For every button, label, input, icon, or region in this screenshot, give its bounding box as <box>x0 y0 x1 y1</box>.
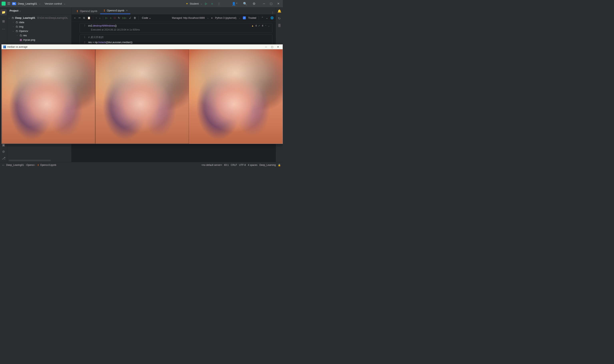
code-line[interactable]: res = np.hstack((blur,aussian,median)) <box>88 41 132 44</box>
horizontal-scrollbar[interactable] <box>9 160 51 161</box>
paste-icon[interactable]: 📋 <box>87 16 91 19</box>
tree-arrow-icon[interactable]: › <box>12 21 14 23</box>
tree-item[interactable]: › 🗀 res <box>7 33 71 38</box>
debug-icon[interactable]: ⟐ <box>211 2 213 5</box>
tree-arrow-icon[interactable]: › <box>12 26 14 27</box>
lock-icon[interactable]: 🔒 <box>278 164 281 167</box>
minimize-icon[interactable]: ─ <box>263 46 269 48</box>
cell-inspection-badges[interactable]: ▲4 ✓4 ⌃ ⌄ <box>251 24 270 27</box>
chevron-down-icon[interactable]: ⌄ <box>268 25 270 27</box>
titlebar: ☰ DL Deep_Learing01 ⌄ Version control ⌄ … <box>0 0 283 7</box>
collapse-up-icon[interactable]: ⌃ <box>261 16 264 19</box>
svg-point-0 <box>77 10 78 11</box>
tab-kebab-icon[interactable]: ⋮ <box>271 11 274 14</box>
code-line[interactable]: cv2.destroyAllWindows() <box>88 24 116 27</box>
maximize-icon[interactable]: ▢ <box>270 2 272 5</box>
more-tool-icon[interactable]: ⋯ <box>2 27 5 31</box>
managed-server[interactable]: Managed: http://localhost:8889 <box>172 17 205 19</box>
web-icon[interactable]: 🌐 <box>270 16 274 19</box>
run-all-icon[interactable]: ▷▷ <box>123 16 126 19</box>
encoding[interactable]: UTF-8 <box>239 164 246 167</box>
tree-item[interactable]: › 🗀 data <box>7 20 71 24</box>
chevron-down-icon[interactable]: ⌄ <box>64 3 65 5</box>
minimize-icon[interactable]: ─ <box>263 2 265 5</box>
clear-output-icon[interactable]: ⌄̸ <box>129 16 131 19</box>
chevron-down-icon: ⌄ <box>19 10 21 12</box>
chevron-down-icon[interactable]: ⌄ <box>201 3 202 5</box>
line-number: 2 <box>82 41 88 44</box>
breadcrumb-item[interactable]: Deep_Learing01 <box>6 164 24 167</box>
breadcrumb[interactable]: Deep_Learing01 › Opencv › Opencv3.ipynb <box>6 164 56 167</box>
move-down-icon[interactable]: ↓ <box>99 16 101 19</box>
editor-tab[interactable]: Opencv3.ipynb × <box>100 7 130 14</box>
chevron-down-icon[interactable]: ⌄ <box>39 3 41 5</box>
close-tab-icon[interactable]: × <box>126 9 127 12</box>
module-icon: ▭ <box>2 164 4 167</box>
image-window-titlebar[interactable]: median vs average ─ ▢ ✕ <box>2 44 283 49</box>
tab-label: Opencv3.ipynb <box>107 9 124 12</box>
restart-icon[interactable]: ↻ <box>118 16 120 19</box>
vcs-menu[interactable]: Version control <box>44 2 62 5</box>
delete-cell-icon[interactable]: 🗑 <box>134 16 136 19</box>
interpreter[interactable]: Deep_Learning <box>259 164 276 167</box>
chevron-down-icon[interactable]: ⌄ <box>207 17 209 19</box>
collapse-down-icon[interactable]: ⌄ <box>266 16 268 19</box>
tree-arrow-icon[interactable]: › <box>16 34 18 36</box>
project-name[interactable]: Deep_Learing01 <box>18 2 37 5</box>
tree-item[interactable]: › 🗀 img <box>7 24 71 29</box>
sidebar-title: Project <box>10 9 18 12</box>
breadcrumb-sep-icon: › <box>35 164 36 167</box>
structure-tool-icon[interactable]: ⊞ <box>2 19 5 23</box>
maximize-icon[interactable]: ▢ <box>269 46 275 48</box>
stop-icon[interactable]: □ <box>114 16 115 19</box>
problems-tool-icon[interactable]: ⊘ <box>2 150 5 154</box>
tree-item[interactable]: ▦ mycar.png <box>7 38 71 42</box>
code-cell[interactable]: 7 cv2.destroyAllWindows() Executed at 20… <box>80 23 272 33</box>
add-cell-icon[interactable]: ＋ <box>73 16 76 20</box>
kernel-name[interactable]: Python 3 (ipykernel) <box>215 17 237 19</box>
settings-icon[interactable]: ⚙ <box>253 2 255 6</box>
notifications-icon[interactable]: 🔔 <box>278 9 281 13</box>
cut-icon[interactable]: ✂ <box>79 16 81 19</box>
add-user-icon[interactable]: 👤⁺ <box>232 2 237 6</box>
tree-arrow-icon[interactable]: ⌄ <box>8 17 10 19</box>
hamburger-icon[interactable]: ☰ <box>7 1 10 6</box>
trusted-checkbox[interactable]: ✓ <box>243 16 246 19</box>
search-icon[interactable]: 🔍 <box>243 2 247 6</box>
breadcrumb-item[interactable]: Opencv <box>26 164 35 167</box>
execution-info: Executed at 2024.06.10 16:23:04 in 1s 60… <box>80 28 272 33</box>
tree-item-label: img <box>19 25 23 28</box>
copy-icon[interactable]: ⧉ <box>83 16 85 20</box>
close-icon[interactable]: ✕ <box>277 2 280 5</box>
result-image-gaussian <box>95 49 189 144</box>
line-ending[interactable]: CRLF <box>231 164 237 167</box>
sidebar-header[interactable]: Project ⌄ <box>7 7 71 14</box>
code-line[interactable]: # 展示所有的 <box>88 36 103 39</box>
database-icon[interactable]: 🗄 <box>278 24 281 27</box>
move-up-icon[interactable]: ↑ <box>96 16 97 19</box>
tree-item[interactable]: ⌄ 🗀 Opencv <box>7 29 71 33</box>
close-icon[interactable]: ✕ <box>275 46 281 48</box>
app-icon <box>2 2 6 6</box>
cell-type-dropdown[interactable]: Code ⌄ <box>142 16 151 19</box>
server-status[interactable]: <no default server> <box>201 164 222 167</box>
indent[interactable]: 4 spaces <box>248 164 257 167</box>
project-tool-icon[interactable]: 📁 <box>0 9 7 15</box>
editor-tab[interactable]: Opencv2.ipynb <box>73 8 100 14</box>
vcs-tool-icon[interactable]: ⎇ <box>2 156 5 160</box>
chevron-up-icon[interactable]: ⌃ <box>265 25 266 27</box>
tree-arrow-icon[interactable]: ⌄ <box>12 30 14 32</box>
cursor-position[interactable]: 83:1 <box>224 164 229 167</box>
svg-point-1 <box>77 11 78 12</box>
tree-root[interactable]: ⌄ 🗀 Deep_Learing01 D:\Git-res\DeepLearin… <box>7 15 71 20</box>
refresh-icon[interactable]: ↻ <box>278 17 281 20</box>
run-cell-icon[interactable]: ▷ <box>106 16 108 19</box>
debug-cell-icon[interactable]: ⟐ <box>110 16 112 19</box>
breadcrumb-item[interactable]: Opencv3.ipynb <box>40 164 56 167</box>
run-icon[interactable]: ▷ <box>205 2 207 5</box>
code-cell[interactable]: 1 # 展示所有的 2 res = np.hstack((blur,aussia… <box>80 35 272 45</box>
chevron-down-icon[interactable]: ⌄ <box>239 17 240 19</box>
folder-icon: 🗀 <box>11 16 14 19</box>
kebab-menu-icon[interactable]: ⋮ <box>218 2 220 5</box>
student-label[interactable]: Student <box>190 2 199 5</box>
